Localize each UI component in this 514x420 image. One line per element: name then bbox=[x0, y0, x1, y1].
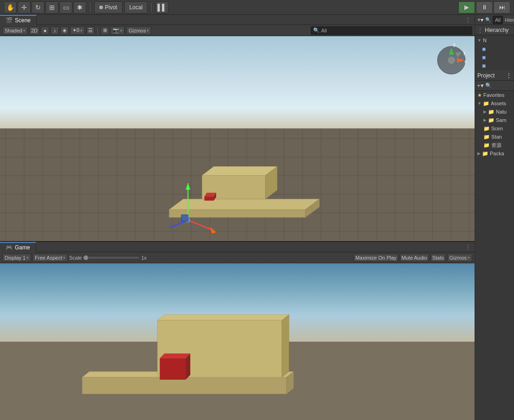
toolbar-sep-2 bbox=[151, 3, 152, 12]
svg-marker-28 bbox=[157, 315, 289, 320]
cube-icon-2: ◼ bbox=[482, 55, 486, 60]
mute-audio-btn[interactable]: Mute Audio bbox=[400, 254, 429, 262]
hierarchy-item-3[interactable]: ◼ bbox=[475, 61, 514, 70]
folder-cn-label: 资源 bbox=[491, 142, 501, 149]
maximize-on-play-btn[interactable]: Maximize On Play bbox=[353, 254, 398, 262]
fx-btn[interactable]: ⊗ bbox=[101, 26, 109, 35]
project-search-btn[interactable]: 🔍 bbox=[485, 83, 492, 89]
shading-label: Shaded bbox=[5, 28, 22, 33]
folder-stan-icon: 📁 bbox=[483, 134, 490, 140]
scene-gizmo[interactable]: y z x bbox=[433, 41, 470, 78]
display-select[interactable]: Display 1 ▾ bbox=[2, 254, 31, 262]
folder-stan-label: Stan bbox=[491, 134, 502, 140]
game-tab-label: Game bbox=[15, 244, 30, 251]
scene-tab-more[interactable]: ⋮ bbox=[462, 17, 475, 23]
scale-slider-thumb[interactable] bbox=[84, 255, 88, 260]
add-hierarchy-btn[interactable]: +▾ bbox=[477, 17, 483, 23]
aspect-select[interactable]: Free Aspect ▾ bbox=[32, 254, 68, 262]
folder-natu-arrow: ▶ bbox=[483, 109, 487, 114]
scene-panel: 🎬 Scene ⋮ Shaded ▾ 2D ● ♪ ◈ ✦0 ▾ ☰ bbox=[0, 15, 475, 242]
svg-marker-7 bbox=[205, 197, 214, 201]
game-objects-svg bbox=[0, 263, 475, 420]
red-box-object bbox=[205, 193, 216, 201]
play-button[interactable]: ▶ bbox=[458, 1, 475, 13]
folder-stan[interactable]: 📁 Stan bbox=[475, 133, 514, 141]
step-button[interactable]: ⏭ bbox=[494, 1, 510, 13]
transform-tool-button[interactable]: ✱ bbox=[73, 1, 86, 13]
svg-marker-26 bbox=[82, 377, 287, 394]
hierarchy-tab-bar: ⋮ Hierarchy bbox=[475, 25, 514, 35]
assets-label: Assets bbox=[491, 101, 506, 106]
project-tab-label: Project bbox=[477, 72, 495, 79]
local-button[interactable]: Local bbox=[124, 1, 148, 13]
folder-scen[interactable]: 📁 Scen bbox=[475, 124, 514, 133]
scene-viewport[interactable]: y z x bbox=[0, 36, 475, 241]
hierarchy-label-display: Hierarchy bbox=[483, 27, 508, 33]
svg-marker-32 bbox=[160, 358, 186, 380]
folder-sam-arrow: ▶ bbox=[483, 118, 487, 122]
left-panels: 🎬 Scene ⋮ Shaded ▾ 2D ● ♪ ◈ ✦0 ▾ ☰ bbox=[0, 15, 475, 420]
folder-sam-label: Sam bbox=[496, 117, 507, 123]
project-add-btn[interactable]: +▾ bbox=[477, 82, 484, 89]
svg-marker-30 bbox=[282, 315, 289, 377]
folder-scen-icon: 📁 bbox=[483, 126, 490, 132]
stats-btn[interactable]: Stats bbox=[430, 254, 446, 262]
packages-folder[interactable]: ▶ 📁 Packa bbox=[475, 149, 514, 158]
camera-select[interactable]: 📷 ▾ bbox=[110, 26, 125, 35]
game-tab[interactable]: 🎮 Game bbox=[0, 242, 36, 252]
favorites-item[interactable]: ★ Favorites bbox=[475, 91, 514, 99]
number-select[interactable]: ✦0 ▾ bbox=[70, 26, 85, 35]
folder-scen-label: Scen bbox=[491, 126, 503, 131]
project-tab-more[interactable]: ⋮ bbox=[506, 72, 512, 79]
pause-button[interactable]: ⏸ bbox=[476, 1, 493, 13]
game-gizmos-select[interactable]: Gizmos ▾ bbox=[447, 254, 472, 262]
game-viewport[interactable] bbox=[0, 263, 475, 420]
folder-natu-icon: 📁 bbox=[488, 109, 495, 115]
right-sidebar: +▾ 🔍 All Hierarchy ⋮ Hierarchy ▼ N ◼ bbox=[475, 15, 514, 420]
shading-select[interactable]: Shaded ▾ bbox=[2, 26, 28, 35]
layers-button[interactable]: ▌▌ bbox=[155, 1, 168, 13]
folder-cn-icon: 📁 bbox=[483, 142, 490, 148]
hierarchy-search[interactable]: All bbox=[493, 16, 503, 24]
pivot-button[interactable]: Pivot bbox=[94, 1, 122, 13]
hierarchy-icon-0: N bbox=[483, 38, 487, 43]
folder-sam[interactable]: ▶ 📁 Sam bbox=[475, 116, 514, 124]
game-tab-more[interactable]: ⋮ bbox=[462, 244, 475, 250]
cube-icon-3: ◼ bbox=[482, 63, 486, 68]
cube-icon-1: ◼ bbox=[482, 46, 486, 51]
move-tool-button[interactable]: ✛ bbox=[18, 1, 31, 13]
scale-tool-button[interactable]: ⊞ bbox=[45, 1, 58, 13]
layers-scene-btn[interactable]: ☰ bbox=[86, 26, 95, 35]
svg-marker-0 bbox=[169, 199, 320, 210]
scene-search[interactable]: 🔍 All bbox=[311, 26, 472, 35]
scene-toolbar-sep bbox=[97, 27, 98, 34]
folder-natu[interactable]: ▶ 📁 Natu bbox=[475, 108, 514, 116]
shading-chevron: ▾ bbox=[23, 28, 26, 33]
hierarchy-item-2[interactable]: ◼ bbox=[475, 53, 514, 61]
platform-object bbox=[169, 199, 320, 217]
hand-tool-button[interactable]: ✋ bbox=[4, 1, 17, 13]
rect-tool-button[interactable]: ▭ bbox=[59, 1, 72, 13]
hierarchy-item-0[interactable]: ▼ N bbox=[475, 36, 514, 45]
svg-marker-1 bbox=[169, 210, 306, 217]
assets-arrow: ▼ bbox=[477, 101, 482, 106]
assets-folder[interactable]: ▼ 📁 Assets bbox=[475, 99, 514, 108]
hierarchy-tab-more[interactable]: ⋮ bbox=[477, 27, 483, 33]
svg-line-11 bbox=[188, 220, 214, 231]
audio-btn[interactable]: ♪ bbox=[51, 26, 59, 35]
scale-slider-track[interactable] bbox=[84, 257, 139, 259]
hierarchy-section: +▾ 🔍 All Hierarchy ⋮ Hierarchy ▼ N ◼ bbox=[475, 15, 514, 70]
scene-tab[interactable]: 🎬 Scene bbox=[0, 15, 37, 25]
folder-assets-cn[interactable]: 📁 资源 bbox=[475, 141, 514, 149]
svg-marker-3 bbox=[202, 166, 277, 175]
rotate-tool-button[interactable]: ↻ bbox=[32, 1, 45, 13]
favorites-label: Favorites bbox=[483, 92, 504, 98]
2d-button[interactable]: 2D bbox=[29, 26, 39, 35]
effects-btn[interactable]: ● bbox=[41, 26, 49, 35]
scene-tab-icon: 🎬 bbox=[6, 17, 13, 24]
toolbar-sep-1 bbox=[90, 3, 90, 12]
gizmos-select[interactable]: Gizmos ▾ bbox=[126, 26, 151, 35]
scale-label: Scale bbox=[69, 255, 82, 261]
render-btn[interactable]: ◈ bbox=[60, 26, 69, 35]
hierarchy-item-1[interactable]: ◼ bbox=[475, 45, 514, 53]
